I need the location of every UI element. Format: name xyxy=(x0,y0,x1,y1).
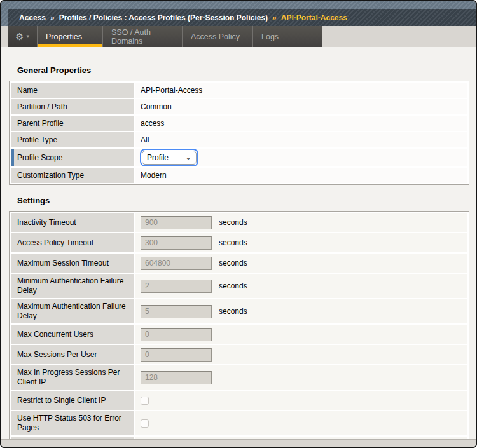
row-value: seconds xyxy=(135,299,467,323)
top-banner: Access » Profiles / Policies : Access Pr… xyxy=(1,1,476,26)
table-row: Customization Type Modern xyxy=(11,168,467,183)
row-value: Profile ⌄ xyxy=(135,149,467,166)
unit-label: seconds xyxy=(219,282,247,290)
tab-label: SSO / Auth Domains xyxy=(111,28,174,46)
max-sessions-per-user-input[interactable] xyxy=(141,348,212,362)
chevron-down-icon: ▾ xyxy=(26,34,29,39)
row-label: Partition / Path xyxy=(11,99,134,114)
tab-label: Access Policy xyxy=(191,32,240,41)
tab-logs[interactable]: Logs xyxy=(253,26,322,47)
row-value xyxy=(135,391,467,410)
row-label: Profile Scope xyxy=(11,149,134,166)
footer-strip xyxy=(1,439,476,447)
row-label: Restrict to Single Client IP xyxy=(11,391,134,410)
row-value: seconds xyxy=(135,274,467,298)
row-label: Max Sessions Per User xyxy=(11,345,134,364)
unit-label: seconds xyxy=(219,218,247,227)
row-value: All xyxy=(135,132,467,147)
tab-access-policy[interactable]: Access Policy xyxy=(183,26,253,47)
tab-label: Logs xyxy=(261,32,279,41)
row-value: seconds xyxy=(135,213,467,232)
min-auth-failure-delay-input[interactable] xyxy=(141,280,212,293)
breadcrumb-section[interactable]: Access xyxy=(19,13,46,22)
breadcrumb: Access » Profiles / Policies : Access Pr… xyxy=(8,9,476,26)
table-row: Max Sessions Per User xyxy=(11,345,467,364)
table-row: Restrict to Single Client IP xyxy=(11,391,467,410)
window-frame: Access » Profiles / Policies : Access Pr… xyxy=(0,0,477,448)
row-value xyxy=(135,365,467,390)
unit-label: seconds xyxy=(219,238,247,247)
max-auth-failure-delay-input[interactable] xyxy=(141,305,212,318)
table-row: Profile Type All xyxy=(11,132,467,147)
row-value xyxy=(135,345,467,364)
chevron-down-icon: ⌄ xyxy=(185,155,191,160)
table-row: Maximum Authentication Failure Delay sec… xyxy=(11,299,467,323)
select-value: Profile xyxy=(147,153,169,162)
row-label: Max In Progress Sessions Per Client IP xyxy=(11,365,134,390)
row-label: Maximum Authentication Failure Delay xyxy=(11,299,134,323)
tab-sso-auth-domains[interactable]: SSO / Auth Domains xyxy=(103,26,183,47)
row-value: seconds xyxy=(135,254,467,273)
row-label: Webtop Redirect on Root URI xyxy=(11,437,134,439)
breadcrumb-path: Profiles / Policies : Access Profiles (P… xyxy=(59,13,268,22)
general-properties-table: Name API-Portal-Access Partition / Path … xyxy=(9,81,469,185)
row-value: Common xyxy=(135,99,467,114)
table-row: Name API-Portal-Access xyxy=(11,83,467,98)
table-row-profile-scope: Profile Scope Profile ⌄ xyxy=(11,149,467,166)
tab-bar: ⚙ ▾ Properties SSO / Auth Domains Access… xyxy=(1,26,476,47)
row-value xyxy=(135,411,467,435)
general-properties-heading: General Properties xyxy=(17,47,476,75)
row-label: Max Concurrent Users xyxy=(11,325,134,344)
row-value: Modern xyxy=(135,168,467,183)
row-label: Minimum Authentication Failure Delay xyxy=(11,274,134,298)
breadcrumb-separator-icon: » xyxy=(50,13,55,22)
row-label: Name xyxy=(11,83,134,98)
gear-icon: ⚙ xyxy=(15,32,24,41)
table-row: Inactivity Timeout seconds xyxy=(11,213,467,232)
app-screen: Access » Profiles / Policies : Access Pr… xyxy=(1,1,476,447)
profile-scope-select[interactable]: Profile ⌄ xyxy=(142,151,197,165)
inactivity-timeout-input[interactable] xyxy=(141,216,212,229)
row-label: Maximum Session Timeout xyxy=(11,254,134,273)
table-row: Access Policy Timeout seconds xyxy=(11,233,467,252)
row-label: Parent Profile xyxy=(11,116,134,131)
row-value: access xyxy=(135,116,467,131)
max-session-timeout-input[interactable] xyxy=(141,257,212,270)
access-policy-timeout-input[interactable] xyxy=(141,236,212,250)
table-row: Parent Profile access xyxy=(11,116,467,131)
table-row: Use HTTP Status 503 for Error Pages xyxy=(11,411,467,435)
max-concurrent-users-input[interactable] xyxy=(141,328,212,341)
row-value: seconds xyxy=(135,233,467,252)
breadcrumb-separator-icon: » xyxy=(272,13,277,22)
row-label: Inactivity Timeout xyxy=(11,213,134,232)
row-label: Access Policy Timeout xyxy=(11,233,134,252)
table-row: Max In Progress Sessions Per Client IP xyxy=(11,365,467,390)
breadcrumb-current: API-Portal-Access xyxy=(281,13,347,22)
row-label: Use HTTP Status 503 for Error Pages xyxy=(11,411,134,435)
table-row: Partition / Path Common xyxy=(11,99,467,114)
table-row: Max Concurrent Users xyxy=(11,325,467,344)
unit-label: seconds xyxy=(219,259,247,268)
settings-heading: Settings xyxy=(17,185,476,205)
row-label: Customization Type xyxy=(11,168,134,183)
tab-properties[interactable]: Properties xyxy=(38,26,103,47)
row-value: API-Portal-Access xyxy=(135,83,467,98)
table-row: Minimum Authentication Failure Delay sec… xyxy=(11,274,467,298)
restrict-single-client-ip-checkbox[interactable] xyxy=(141,397,149,405)
row-value xyxy=(135,325,467,344)
tab-label: Properties xyxy=(46,32,82,41)
http-503-error-pages-checkbox[interactable] xyxy=(141,419,149,428)
table-row: Maximum Session Timeout seconds xyxy=(11,254,467,273)
row-label: Profile Type xyxy=(11,132,134,147)
unit-label: seconds xyxy=(219,307,247,316)
max-in-progress-sessions-input[interactable] xyxy=(141,371,212,384)
main-content: General Properties Name API-Portal-Acces… xyxy=(1,47,476,439)
settings-table: Inactivity Timeout seconds Access Policy… xyxy=(9,211,469,439)
gear-menu-button[interactable]: ⚙ ▾ xyxy=(8,26,38,47)
